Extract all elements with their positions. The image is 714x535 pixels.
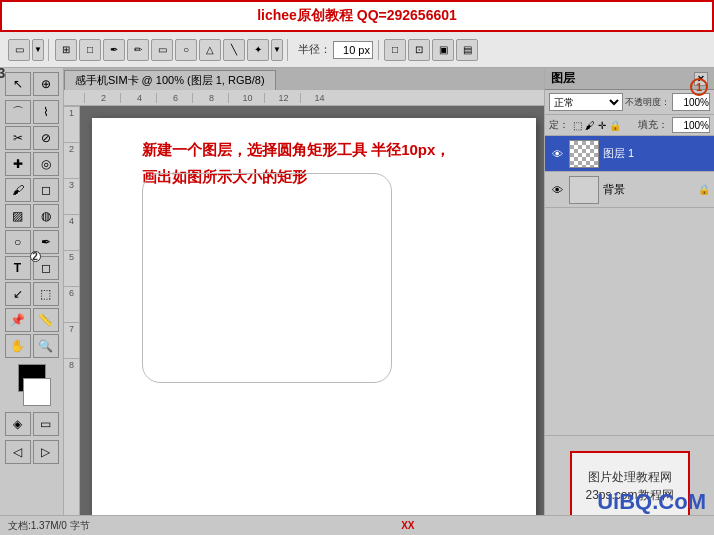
doc-size: 文档:1.37M/0 字节 [64,519,90,533]
blend-mode-select[interactable]: 正常 [549,93,623,111]
ruler-marks: 2 4 6 8 10 12 14 [84,93,336,103]
fill-input[interactable] [672,117,710,133]
lock-transparent-icon[interactable]: ⬚ [573,120,582,131]
toolbar-star[interactable]: ✦ [247,39,269,61]
layer-item-bg[interactable]: 👁 背景 🔒 [545,172,714,208]
sep1 [378,40,379,60]
tool-path[interactable]: ◻ 2 [33,256,59,280]
toolbar-extra1[interactable]: □ [384,39,406,61]
tool-arrow[interactable]: ↖ 3 [5,72,31,96]
tool-slice[interactable]: ⊘ [33,126,59,150]
tool-crop[interactable]: ✂ [5,126,31,150]
ruler-mark-4: 4 [120,93,156,103]
lock-paint-icon[interactable]: 🖌 [585,120,595,131]
ruler-mark-2: 2 [84,93,120,103]
tool-heal[interactable]: ✚ [5,152,31,176]
toolbar-pen[interactable]: ✒ [103,39,125,61]
uibq-text: UiBQ.CoM [597,489,706,514]
lock-label: 定： [549,118,569,132]
badge-3: 3 [0,68,5,81]
tool-shape[interactable]: ⬚ [33,282,59,306]
canvas-area: 感手机SIM卡 @ 100% (图层 1, RGB/8) 2 4 6 8 10 … [64,68,544,535]
tool-move[interactable]: ⊕ [33,72,59,96]
rv-1: 1 [64,106,79,142]
bg-color[interactable] [23,378,51,406]
ruler-mark-12: 12 [264,93,300,103]
tool-dodge[interactable]: ○ [5,230,31,254]
tool-stamp[interactable]: ◎ [33,152,59,176]
toolbar-rect2[interactable]: ▭ [151,39,173,61]
fill-label: 填充： [638,118,668,132]
status-xx: XX [401,520,414,531]
ruler-mark-10: 10 [228,93,264,103]
tool-row-6: ▨ ◍ [5,204,59,228]
layer-lock-icon: 🔒 [698,184,710,195]
tool-row-3: ✂ ⊘ [5,126,59,150]
tool-lasso[interactable]: ⌒ [5,100,31,124]
lock-row: 定： ⬚ 🖌 ✛ 🔒 填充： [545,115,714,136]
rv-2: 2 [64,142,79,178]
toolbar-extra3[interactable]: ▣ [432,39,454,61]
badge-circle-1: 1 [690,78,708,96]
instruction-line1: 新建一个图层，选择圆角矩形工具 半径10px， [142,141,450,158]
panel-title: 图层 [551,70,575,87]
tool-type[interactable]: T [5,256,31,280]
canvas-document: 新建一个图层，选择圆角矩形工具 半径10px， 画出如图所示大小的矩形 [80,106,544,535]
tool-dir-select[interactable]: ↙ [5,282,31,306]
toolbar-tri[interactable]: △ [199,39,221,61]
rv-8: 8 [64,358,79,394]
tool-eraser[interactable]: ◻ [33,178,59,202]
uibq-watermark: UiBQ.CoM [597,489,706,515]
ruler-vertical: 1 2 3 4 5 6 7 8 [64,106,80,535]
ruler-mark-6: 6 [156,93,192,103]
toolbar-rect-btn[interactable]: ▭ [8,39,30,61]
toolbar-options-group: ⊞ □ ✒ ✏ ▭ ○ △ ╲ ✦ ▼ [51,39,288,61]
rounded-rectangle [142,173,392,383]
left-toolbar: ↖ 3 ⊕ ⌒ ⌇ ✂ ⊘ ✚ ◎ 🖌 ◻ ▨ ◍ ○ ✒ [0,68,64,535]
toolbar-opt2[interactable]: □ [79,39,101,61]
tool-brush[interactable]: 🖌 [5,178,31,202]
tool-poly-lasso[interactable]: ⌇ [33,100,59,124]
tool-zoom[interactable]: 🔍 [33,334,59,358]
tool-row-8: T ◻ 2 [5,256,59,280]
radius-label: 半径： [298,42,331,57]
opacity-label: 不透明度： [625,96,670,109]
tool-hand[interactable]: ✋ [5,334,31,358]
layer-eye-1[interactable]: 👁 [549,146,565,162]
right-panel: 图层 ✕ 正常 不透明度： 定： ⬚ 🖌 ✛ 🔒 填充： 1 [544,68,714,535]
toolbar-extra4[interactable]: ▤ [456,39,478,61]
toolbar-dropdown-btn[interactable]: ▼ [32,39,44,61]
tool-gradient[interactable]: ▨ [5,204,31,228]
radius-input[interactable] [333,41,373,59]
layer-item-1[interactable]: 👁 图层 1 [545,136,714,172]
badge-2: 2 [30,251,41,262]
layer-name-1: 图层 1 [603,146,710,161]
toolbar-drop2[interactable]: ▼ [271,39,283,61]
lock-move-icon[interactable]: ✛ [598,120,606,131]
tool-blur[interactable]: ◍ [33,204,59,228]
toolbar-circle[interactable]: ○ [175,39,197,61]
lock-icons: ⬚ 🖌 ✛ 🔒 [573,120,621,131]
tool-measure[interactable]: 📏 [33,308,59,332]
tool-extra-a[interactable]: ◁ [5,440,31,464]
canvas-tab[interactable]: 感手机SIM卡 @ 100% (图层 1, RGB/8) [64,70,276,90]
tool-mask-mode[interactable]: ◈ [5,412,31,436]
toolbar-opt1[interactable]: ⊞ [55,39,77,61]
rv-4: 4 [64,214,79,250]
toolbar-pen2[interactable]: ✏ [127,39,149,61]
tool-row-1: ↖ 3 ⊕ [5,72,59,96]
tool-annotate[interactable]: 📌 [5,308,31,332]
lock-all-icon[interactable]: 🔒 [609,120,621,131]
opacity-input[interactable] [672,93,710,111]
tool-row-2: ⌒ ⌇ [5,100,59,124]
tool-row-10: 📌 📏 [5,308,59,332]
layer-eye-bg[interactable]: 👁 [549,182,565,198]
rv-3: 3 [64,178,79,214]
toolbar-extra2[interactable]: ⊡ [408,39,430,61]
tool-row-9: ↙ ⬚ [5,282,59,306]
toolbar-line[interactable]: ╲ [223,39,245,61]
tool-extra-b[interactable]: ▷ [33,440,59,464]
layer-name-bg: 背景 [603,182,694,197]
tool-row-11: ✋ 🔍 [5,334,59,358]
tool-screen-mode[interactable]: ▭ [33,412,59,436]
